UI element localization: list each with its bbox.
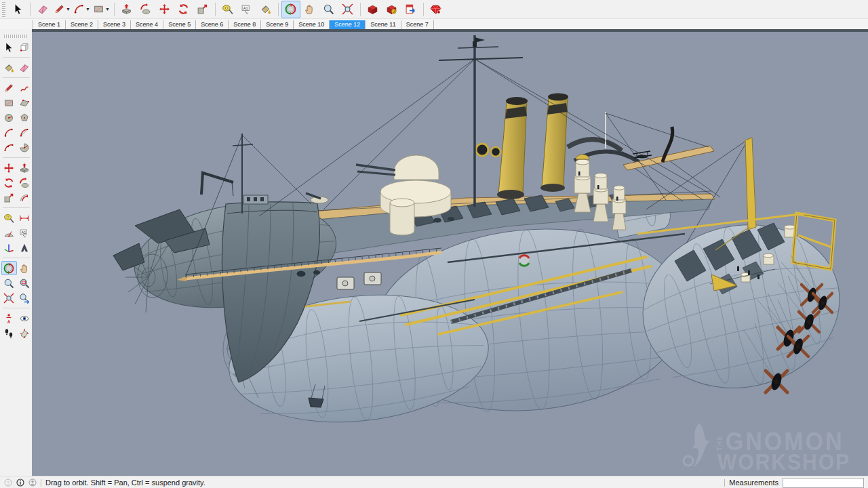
pan-button[interactable] <box>300 1 319 18</box>
dropdown-arrow-icon[interactable]: ▼ <box>66 7 71 12</box>
plugin-component-button[interactable] <box>363 1 382 18</box>
zoom-previous-button[interactable] <box>17 291 33 305</box>
paint-bucket-button[interactable] <box>256 1 275 18</box>
protractor-button[interactable] <box>1 226 17 240</box>
model-viewport[interactable]: THE GNOMON WORKSHOP <box>32 32 868 476</box>
zoom-button[interactable] <box>319 1 338 18</box>
scene-tab-scene-5[interactable]: Scene 5 <box>163 20 196 29</box>
tape-measure-button[interactable] <box>1 211 17 225</box>
scene-tab-scene-6[interactable]: Scene 6 <box>196 20 229 29</box>
scale-button[interactable] <box>193 1 212 18</box>
dropdown-arrow-icon[interactable]: ▼ <box>85 7 90 12</box>
scene-tab-scene-10[interactable]: Scene 10 <box>294 20 330 29</box>
pie-icon <box>19 142 30 153</box>
scene-tab-scene-8[interactable]: Scene 8 <box>229 20 261 29</box>
arc-button[interactable]: ▼ <box>72 1 92 18</box>
ring-vent <box>491 147 500 157</box>
rectangle-button[interactable]: ▼ <box>92 1 111 18</box>
status-separator <box>724 479 725 487</box>
line-button[interactable]: ▼ <box>52 1 72 18</box>
scene-tab-scene-11[interactable]: Scene 11 <box>366 20 401 29</box>
move-button[interactable] <box>155 1 174 18</box>
eraser-button[interactable] <box>17 60 33 75</box>
polygon-icon <box>19 113 30 123</box>
scale-button[interactable] <box>1 190 17 205</box>
move-button[interactable] <box>1 161 17 175</box>
three-point-arc-button[interactable] <box>1 140 17 155</box>
eraser-button[interactable] <box>33 1 52 18</box>
line-button[interactable] <box>1 81 17 95</box>
pan-icon <box>304 3 315 15</box>
follow-me-button[interactable] <box>17 176 33 190</box>
rotate-button[interactable] <box>1 176 17 190</box>
pan-button[interactable] <box>17 261 33 275</box>
paint-bucket-button[interactable] <box>1 60 17 75</box>
freehand-button[interactable] <box>17 81 33 95</box>
orbit-button[interactable] <box>281 1 300 18</box>
two-point-arc-button[interactable] <box>17 125 33 140</box>
position-camera-button[interactable] <box>1 311 17 325</box>
scene-tab-scene-4[interactable]: Scene 4 <box>131 20 163 29</box>
zoom-extents-button[interactable] <box>338 1 357 18</box>
toolbar-grip[interactable] <box>2 2 5 17</box>
arc-button[interactable] <box>1 125 17 140</box>
user-icon[interactable] <box>28 479 37 487</box>
select-button[interactable] <box>1 40 17 54</box>
follow-me-icon <box>140 3 151 15</box>
zoom-button[interactable] <box>1 276 17 290</box>
rotated-rectangle-button[interactable] <box>17 96 33 110</box>
follow-me-button[interactable] <box>136 1 155 18</box>
walk-button[interactable] <box>1 326 17 340</box>
plugin-smiley-button[interactable] <box>382 1 401 18</box>
status-separator <box>41 479 41 487</box>
look-around-button[interactable] <box>17 311 33 325</box>
tape-measure-icon <box>3 213 14 224</box>
pencil-icon <box>54 3 65 15</box>
plugin-export-button[interactable] <box>401 1 420 18</box>
scene-tab-scene-12[interactable]: Scene 12 <box>330 20 366 29</box>
make-component-button[interactable] <box>17 40 33 54</box>
info-icon[interactable] <box>16 479 24 487</box>
rotate-button[interactable] <box>174 1 193 18</box>
select-button[interactable] <box>8 1 27 18</box>
tape-measure-icon <box>222 3 233 15</box>
axes-icon <box>3 243 14 253</box>
polygon-button[interactable] <box>17 110 33 125</box>
offset-button[interactable] <box>17 190 33 205</box>
push-pull-button[interactable] <box>117 1 136 18</box>
axes-button[interactable] <box>1 241 17 255</box>
scene-tab-scene-7[interactable]: Scene 7 <box>401 20 434 29</box>
three-d-text-button[interactable] <box>17 241 33 255</box>
scene-tab-scene-3[interactable]: Scene 3 <box>98 20 131 29</box>
orbit-button[interactable] <box>1 261 17 275</box>
crane-arm <box>201 173 233 195</box>
scene-tab-scene-1[interactable]: Scene 1 <box>33 20 66 29</box>
tape-measure-button[interactable] <box>218 1 237 18</box>
dropdown-arrow-icon[interactable]: ▼ <box>105 7 110 12</box>
gun-barrel <box>356 165 395 170</box>
zoom-window-button[interactable] <box>17 276 33 290</box>
position-camera-icon <box>3 313 14 324</box>
scene-tab-scene-9[interactable]: Scene 9 <box>261 20 294 29</box>
palette-grip[interactable] <box>4 35 28 38</box>
text-button[interactable]: A1 <box>237 1 256 18</box>
status-bar: ? Drag to orbit. Shift = Pan, Ctrl = sus… <box>0 476 868 488</box>
zoom-extents-button[interactable] <box>1 291 17 305</box>
pie-button[interactable] <box>17 140 33 155</box>
section-plane-button[interactable] <box>17 326 33 340</box>
help-icon[interactable]: ? <box>4 479 12 487</box>
text-button[interactable]: A1 <box>17 226 33 240</box>
scene-tab-scene-2[interactable]: Scene 2 <box>66 20 98 29</box>
protractor-icon <box>3 228 14 239</box>
searchlight-boxes <box>337 272 381 289</box>
push-pull-button[interactable] <box>17 161 33 175</box>
rectangle-button[interactable] <box>1 96 17 110</box>
zoom-window-icon <box>19 278 30 289</box>
scene-tab-bar: Scene 1Scene 2Scene 3Scene 4Scene 5Scene… <box>0 19 868 29</box>
svg-text:A1: A1 <box>243 6 248 10</box>
circle-button[interactable] <box>1 110 17 125</box>
paint-bucket-icon <box>260 3 271 15</box>
measurements-input[interactable] <box>783 478 864 488</box>
dimension-button[interactable] <box>17 211 33 225</box>
plugin-gem-button[interactable] <box>427 1 446 18</box>
